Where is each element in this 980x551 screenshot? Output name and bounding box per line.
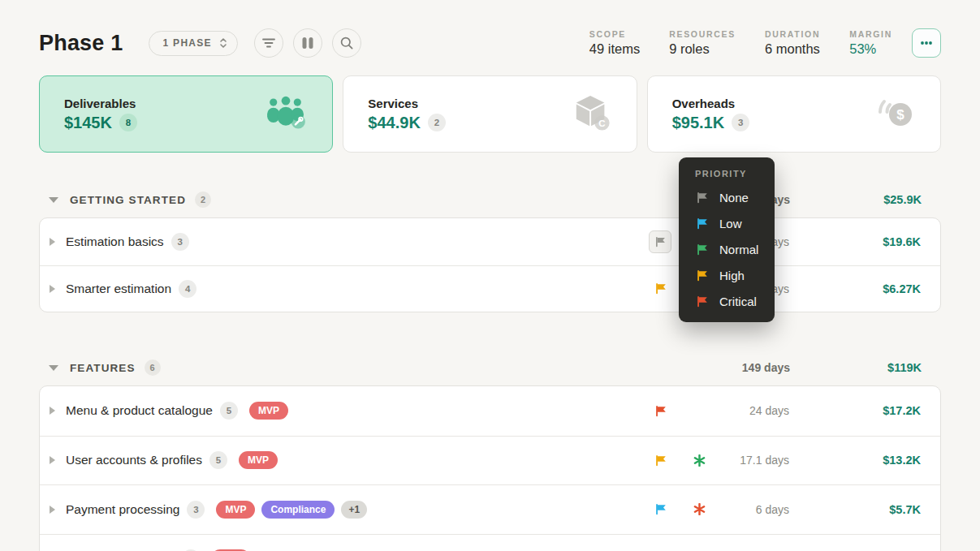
priority-option-label: Normal xyxy=(719,243,758,256)
priority-cell[interactable] xyxy=(649,282,671,295)
flag-icon xyxy=(654,503,667,515)
unfold-icon xyxy=(219,37,227,49)
tag-Compliance[interactable]: Compliance xyxy=(261,501,335,519)
collapse-caret-icon[interactable] xyxy=(49,365,58,371)
filter-icon xyxy=(261,36,276,50)
filter-button[interactable] xyxy=(254,28,283,58)
stat-label: SCOPE xyxy=(589,29,640,39)
stat-label: DURATION xyxy=(765,29,820,39)
stat-resources: RESOURCES9 roles xyxy=(669,29,736,57)
section-title: FEATURES xyxy=(70,362,136,374)
section-header: GETTING STARTED231 days$25.9K xyxy=(39,185,941,214)
stat-value: 49 items xyxy=(589,41,640,57)
more-actions-button[interactable] xyxy=(912,28,941,58)
card-deliverables[interactable]: Deliverables$145K8 xyxy=(39,75,333,153)
section-total: $25.9K xyxy=(814,193,922,206)
priority-cell[interactable] xyxy=(649,503,671,515)
stat-label: RESOURCES xyxy=(669,29,736,39)
tag-more1[interactable]: +1 xyxy=(341,501,367,519)
search-button[interactable] xyxy=(332,28,361,58)
priority-option-normal[interactable]: Normal xyxy=(679,236,775,262)
svg-text:C: C xyxy=(598,118,605,127)
table-row[interactable]: User accounts & profiles5MVP17.1 days$13… xyxy=(40,436,940,485)
flag-icon xyxy=(696,269,708,282)
row-tags: MVPCompliance+1 xyxy=(216,501,367,519)
card-overheads[interactable]: Overheads$95.1K3$ xyxy=(647,75,941,153)
priority-cell[interactable] xyxy=(649,405,671,417)
row-tags: MVP xyxy=(249,402,288,420)
priority-cell[interactable] xyxy=(649,230,671,253)
priority-option-label: Critical xyxy=(719,295,757,308)
section-count-badge: 2 xyxy=(195,192,211,208)
stat-value: 53% xyxy=(849,41,892,57)
risk-cell[interactable] xyxy=(688,454,710,467)
card-title: Services xyxy=(368,97,446,110)
table-row[interactable]: Payment processing3MVPCompliance+16 days… xyxy=(40,484,940,534)
phase-selector-label: 1 PHASE xyxy=(162,37,211,49)
table-row[interactable]: Smarter estimation48 days$6.27K xyxy=(40,265,940,312)
tag-MVP[interactable]: MVP xyxy=(249,402,288,420)
stat-margin: MARGIN53% xyxy=(849,29,892,57)
section-count-badge: 6 xyxy=(145,359,161,376)
card-count-badge: 8 xyxy=(119,114,137,131)
estimate-sections: GETTING STARTED231 days$25.9KEstimation … xyxy=(0,185,980,551)
tag-MVP[interactable]: MVP xyxy=(216,501,255,519)
expand-caret-icon[interactable] xyxy=(50,285,55,293)
row-count-badge: 4 xyxy=(179,280,196,298)
row-amount: $19.6K xyxy=(814,235,921,248)
ellipsis-icon xyxy=(919,36,934,50)
row-days: 24 days xyxy=(710,404,789,417)
flag-icon xyxy=(654,405,667,417)
flag-icon xyxy=(696,192,708,204)
priority-flag-button[interactable] xyxy=(649,230,671,253)
priority-option-label: Low xyxy=(719,217,742,230)
priority-cell[interactable] xyxy=(649,454,671,467)
app-canvas: { "accent": "#15806a", "header": { "titl… xyxy=(0,0,980,551)
priority-option-low[interactable]: Low xyxy=(679,210,775,236)
svg-text:$: $ xyxy=(896,107,904,123)
expand-caret-icon[interactable] xyxy=(50,506,55,514)
priority-option-high[interactable]: High xyxy=(679,262,775,288)
section-title: GETTING STARTED xyxy=(70,194,186,206)
stat-scope: SCOPE49 items xyxy=(589,29,640,57)
priority-menu: PRIORITY NoneLowNormalHighCritical xyxy=(679,157,775,322)
card-services[interactable]: Services$44.9K2C xyxy=(343,75,637,153)
priority-option-label: High xyxy=(719,269,745,282)
table-row[interactable]: Estimation basics323 days$19.6K xyxy=(40,218,940,265)
table-row[interactable]: Menu & product catalogue5MVP24 days$17.2… xyxy=(40,386,940,436)
flag-icon xyxy=(654,282,667,295)
priority-option-critical[interactable]: Critical xyxy=(679,288,775,314)
section-total: $119K xyxy=(814,361,922,374)
card-title: Overheads xyxy=(672,97,750,110)
expand-caret-icon[interactable] xyxy=(50,407,55,415)
section-days: 149 days xyxy=(711,361,790,374)
flag-icon xyxy=(654,236,666,248)
row-count-badge: 3 xyxy=(171,233,189,251)
columns-button[interactable] xyxy=(293,28,322,58)
risk-cell[interactable] xyxy=(688,503,710,515)
expand-caret-icon[interactable] xyxy=(50,456,55,464)
flag-icon xyxy=(696,295,708,308)
section-rows: Menu & product catalogue5MVP24 days$17.2… xyxy=(39,385,941,551)
risk-asterisk-icon xyxy=(693,454,706,467)
columns-icon xyxy=(300,36,315,50)
priority-option-none[interactable]: None xyxy=(679,184,775,210)
phase-selector[interactable]: 1 PHASE xyxy=(149,31,237,56)
row-count-badge: 3 xyxy=(187,501,205,519)
coins-icon: $ xyxy=(874,94,916,135)
row-amount: $17.2K xyxy=(814,404,921,417)
tag-MVP[interactable]: MVP xyxy=(239,451,278,469)
card-amount: $95.1K xyxy=(672,114,725,132)
stat-duration: DURATION6 months xyxy=(765,29,820,57)
collapse-caret-icon[interactable] xyxy=(49,197,58,203)
section-rows: Estimation basics323 days$19.6KSmarter e… xyxy=(39,217,941,312)
row-title: User accounts & profiles xyxy=(66,453,202,467)
expand-caret-icon[interactable] xyxy=(50,238,55,246)
summary-stats: SCOPE49 itemsRESOURCES9 rolesDURATION6 m… xyxy=(589,29,892,57)
page-title: Phase 1 xyxy=(39,31,123,56)
table-row[interactable]: Order managementMVP29 days$20.9K xyxy=(40,534,940,551)
flag-icon xyxy=(696,217,708,230)
card-title: Deliverables xyxy=(64,97,137,110)
row-days: 17.1 days xyxy=(710,454,789,467)
stat-value: 6 months xyxy=(765,41,820,57)
